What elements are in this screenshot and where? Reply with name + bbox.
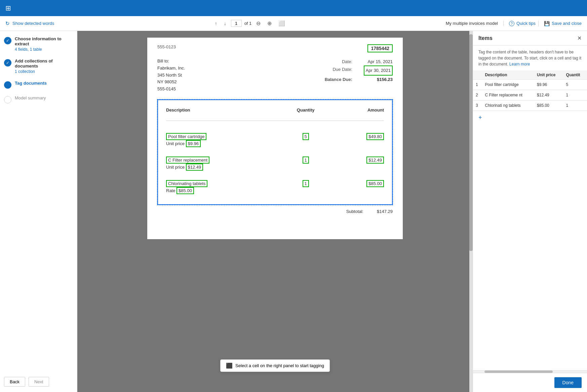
- page-number-input[interactable]: [231, 20, 242, 27]
- step-3-label: Tag documents: [15, 81, 47, 86]
- panel-title: Items: [478, 35, 493, 41]
- model-name-label: My multiple invoices model: [446, 21, 504, 26]
- step-2-label: Add collections of documents: [15, 58, 73, 69]
- prev-page-btn[interactable]: ↑: [213, 20, 219, 27]
- step-4: Model summary: [4, 95, 73, 103]
- zoom-out-btn[interactable]: ⊖: [254, 19, 263, 27]
- invoice-table-wrapper: Description Quantity Amount Pool filter …: [157, 99, 393, 205]
- save-close-label: Save and close: [552, 21, 582, 26]
- row3-panel-qty[interactable]: 1: [563, 100, 587, 111]
- add-row-btn[interactable]: +: [473, 111, 487, 125]
- back-button[interactable]: Back: [4, 377, 25, 387]
- row3-qty-cell: 1: [278, 175, 333, 199]
- row1-qty-cell: 5: [278, 128, 333, 152]
- done-button[interactable]: Done: [554, 377, 582, 388]
- balance-label: Balance Due:: [325, 76, 352, 83]
- row3-panel-desc[interactable]: Chlorinati ng tablets: [482, 100, 535, 111]
- pagination-controls: ↑ ↓ of 1 ⊖ ⊕ ⬜: [213, 19, 287, 27]
- show-detected-words-btn[interactable]: ↻ Show detected words: [5, 20, 54, 27]
- save-icon: 💾: [544, 21, 550, 26]
- row1-desc-tagged: Pool filter cartridge: [166, 133, 206, 140]
- step-2-circle: ✓: [4, 59, 11, 67]
- row2-qty-tagged: 1: [303, 157, 309, 164]
- row1-panel-price[interactable]: $9.96: [534, 80, 563, 90]
- show-words-label: Show detected words: [12, 21, 54, 26]
- step-1-label: Choose information to extract: [15, 36, 73, 46]
- step-2-sub: 1 collection: [15, 69, 73, 74]
- save-close-btn[interactable]: 💾 Save and close: [538, 21, 582, 26]
- col-quantity-header: Quantit: [563, 71, 587, 80]
- due-date-label: Due Date:: [332, 66, 352, 75]
- row3-amount-tagged: $85.00: [366, 180, 384, 187]
- date-val: Apr 15, 2021: [362, 58, 393, 66]
- balance-row: Balance Due: $156.23: [325, 76, 393, 83]
- right-panel: Items ✕ Tag the content of the table, he…: [473, 31, 587, 392]
- row3-unit-label: Rate: [166, 188, 175, 193]
- panel-scrollbar-thumb: [484, 371, 553, 373]
- address2: NY 98052: [157, 79, 185, 86]
- tooltip-bar: ⬛ Select a cell on the right panel to st…: [220, 359, 330, 372]
- row3-amount-cell: $85.00: [333, 175, 387, 199]
- header-right-section: My multiple invoices model ? Quick tips …: [446, 21, 582, 26]
- due-date-val: Apr 30, 2021: [362, 66, 393, 75]
- invoice-table: Description Quantity Amount Pool filter …: [163, 105, 387, 199]
- doc-scrollbar[interactable]: [469, 31, 473, 392]
- row1-panel-desc[interactable]: Pool filter cartridge: [482, 80, 535, 90]
- doc-scroll[interactable]: 555-0123 1785442 Bill to: Fabrikam, Inc.…: [77, 31, 473, 392]
- sidebar: ✓ Choose information to extract 4 fields…: [0, 31, 77, 392]
- total-pages: of 1: [244, 21, 252, 26]
- row2-panel-qty[interactable]: 1: [563, 90, 587, 100]
- question-icon: ?: [509, 21, 514, 26]
- doc-scrollbar-thumb: [469, 34, 473, 251]
- row1-desc-cell: Pool filter cartridge Unit price $9.96: [163, 128, 278, 152]
- next-button[interactable]: Next: [29, 377, 49, 387]
- col-description: Description: [163, 105, 278, 115]
- col-num: [473, 71, 482, 80]
- quick-tips-btn[interactable]: ? Quick tips: [509, 21, 536, 26]
- row1-panel-qty[interactable]: 5: [563, 80, 587, 90]
- grid-icon[interactable]: ⊞: [5, 4, 11, 12]
- plus-icon: +: [478, 114, 482, 121]
- date-row: Date: Apr 15, 2021: [325, 58, 393, 66]
- panel-scroll[interactable]: Description Unit price Quantit 1 Pool fi…: [473, 71, 587, 370]
- panel-horizontal-scrollbar[interactable]: [473, 370, 587, 373]
- step-4-circle: [4, 96, 11, 103]
- date-label: Date:: [342, 58, 352, 66]
- step-3-circle: [4, 81, 11, 89]
- invoice-bill-section: Bill to: Fabrikam, Inc. 345 North St NY …: [157, 58, 393, 93]
- panel-footer: Done: [473, 373, 587, 392]
- table-row: Pool filter cartridge Unit price $9.96 5…: [163, 128, 387, 152]
- col-quantity: Quantity: [278, 105, 333, 115]
- row3-panel-price[interactable]: $85.00: [534, 100, 563, 111]
- bill-to-label: Bill to:: [157, 58, 185, 65]
- tooltip-text: Select a cell on the right panel to star…: [235, 363, 324, 368]
- row2-amount-tagged: $12.49: [366, 157, 384, 164]
- row3-price-tagged: $85.00: [177, 187, 194, 194]
- company-name: Fabrikam, Inc.: [157, 65, 185, 72]
- row2-desc-cell: C Filter replacement Unit price $12.49: [163, 152, 278, 175]
- learn-more-link[interactable]: Learn more: [509, 62, 530, 67]
- tooltip-icon: ⬛: [226, 362, 233, 369]
- zoom-in-btn[interactable]: ⊕: [265, 19, 274, 27]
- due-date-box: Apr 30, 2021: [364, 66, 393, 75]
- col-amount: Amount: [333, 105, 387, 115]
- row1-num: 1: [473, 80, 482, 90]
- panel-close-btn[interactable]: ✕: [577, 35, 582, 41]
- document-area: 555-0123 1785442 Bill to: Fabrikam, Inc.…: [77, 31, 473, 392]
- row3-qty-tagged: 1: [303, 180, 309, 187]
- invoice-number-box: 1785442: [367, 44, 393, 52]
- phone2: 555-0145: [157, 86, 185, 93]
- step-3: Tag documents: [4, 81, 73, 89]
- fit-page-btn[interactable]: ⬜: [276, 19, 287, 27]
- step-4-label: Model summary: [15, 95, 46, 100]
- next-page-btn[interactable]: ↓: [222, 20, 228, 27]
- invoice-phone: 555-0123: [157, 44, 176, 49]
- quick-tips-label: Quick tips: [516, 21, 536, 26]
- row2-desc-tagged: C Filter replacement: [166, 157, 209, 164]
- row2-panel-price[interactable]: $12.49: [534, 90, 563, 100]
- step-1-circle: ✓: [4, 37, 11, 44]
- table-row: C Filter replacement Unit price $12.49 1…: [163, 152, 387, 175]
- row2-panel-desc[interactable]: C Filter replaceme nt: [482, 90, 535, 100]
- subtotal-section: Subtotal: $147.29: [157, 209, 393, 214]
- row2-amount-cell: $12.49: [333, 152, 387, 175]
